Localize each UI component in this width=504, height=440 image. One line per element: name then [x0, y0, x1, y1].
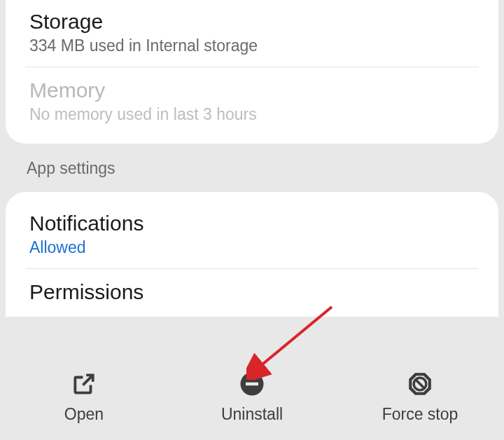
permissions-row[interactable]: Permissions	[6, 270, 498, 317]
permissions-title: Permissions	[29, 280, 475, 304]
force-stop-icon	[406, 370, 434, 398]
uninstall-button[interactable]: Uninstall	[168, 370, 336, 424]
divider	[25, 268, 479, 269]
svg-rect-1	[246, 383, 258, 386]
storage-subtitle: 334 MB used in Internal storage	[29, 36, 475, 55]
open-button[interactable]: Open	[0, 370, 168, 424]
open-icon	[70, 370, 98, 398]
storage-row[interactable]: Storage 334 MB used in Internal storage	[6, 0, 498, 65]
bottom-action-bar: Open Uninstall Force stop	[0, 354, 504, 440]
open-label: Open	[64, 405, 104, 424]
section-header-app-settings: App settings	[0, 144, 504, 192]
memory-row: Memory No memory used in last 3 hours	[6, 69, 498, 134]
memory-subtitle: No memory used in last 3 hours	[29, 105, 475, 124]
notifications-status: Allowed	[29, 238, 475, 257]
notifications-title: Notifications	[29, 212, 475, 235]
memory-title: Memory	[29, 78, 475, 102]
storage-title: Storage	[29, 10, 475, 34]
uninstall-label: Uninstall	[221, 405, 283, 424]
notifications-row[interactable]: Notifications Allowed	[6, 202, 498, 267]
force-stop-label: Force stop	[382, 405, 458, 424]
force-stop-button[interactable]: Force stop	[336, 370, 504, 424]
uninstall-icon	[238, 370, 266, 398]
divider	[25, 67, 479, 67]
